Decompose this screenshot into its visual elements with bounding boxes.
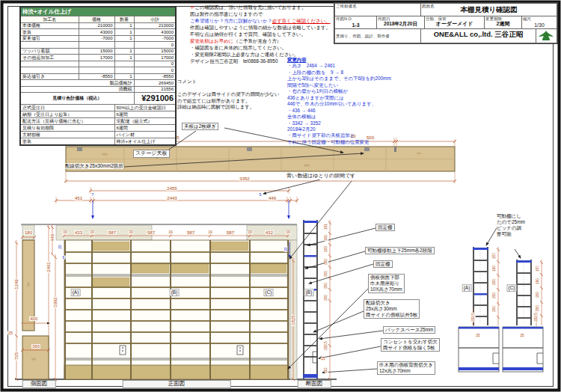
notice-line: 必ず良くご確認ください。 xyxy=(272,18,331,23)
info-label: 見積り有効期限 xyxy=(20,125,114,132)
scale-value: 1/30 xyxy=(522,22,557,28)
dim-label: 200 xyxy=(493,305,497,313)
comment-body: このデザインは両サイドの梁下の隙間が少ないので組立てには順序があります。 詳細は… xyxy=(177,91,282,111)
cell xyxy=(79,61,114,67)
callout-adjustable-pitch: 可動棚にし たので25mm ピッチの調 整可能 xyxy=(497,213,525,238)
company-logo-icon xyxy=(536,29,557,43)
info-value: 宅配便（組立式） xyxy=(114,118,176,125)
drawing-no-label: 作図N.O xyxy=(336,16,352,22)
tax-value: 21556 xyxy=(134,86,176,93)
callout-wiring-notch: 配線切欠き 25x高さ30mm 両サイドの側板以外5枚 xyxy=(364,299,420,319)
dim-label: 200 xyxy=(325,282,328,290)
dim-label: 449 xyxy=(50,233,55,242)
price-table-header-row: 加工名 価格 数量 小計 xyxy=(20,16,176,23)
cell xyxy=(20,61,79,67)
dim-label: 161 xyxy=(325,223,328,230)
info-row: 主材樹種パイン材 xyxy=(20,132,176,138)
dim-label: 200 xyxy=(325,270,328,278)
cell: 210000 xyxy=(134,22,176,29)
cell: 15000 xyxy=(79,48,114,55)
cell: 変更値引 xyxy=(20,35,79,42)
cell: 0 xyxy=(134,67,176,74)
stage-top-label: ステージ天板 xyxy=(133,150,170,158)
dim-label: 19 xyxy=(168,231,173,235)
dim-label: 19 xyxy=(62,231,67,235)
dim-label: 1249 xyxy=(14,278,19,290)
drawing-no: 1-3 xyxy=(335,22,376,28)
dim-label: 157 xyxy=(493,252,497,260)
cell: 1 xyxy=(114,73,134,80)
cell: その他追加加工 xyxy=(20,55,79,61)
dim-label: 725 xyxy=(14,352,19,361)
maker-label: 見積り、作図、設計、製作者 xyxy=(336,34,390,39)
dim-label: 2455 xyxy=(166,186,177,191)
dim-label: 200 xyxy=(536,304,540,312)
notice-line: （ご予算が見合う方） xyxy=(233,38,281,43)
change-notes-body: ・高さ 2464 → 2461 ・上段の棚の数を 9 → 8 上から3段はそのま… xyxy=(287,63,426,145)
seam-callout: 天板は2枚継ぎ xyxy=(182,123,218,130)
change-notes-block: 変更内容 ・高さ 2464 → 2461 ・上段の棚の数を 9 → 8 上から3… xyxy=(287,57,426,145)
dim-label: 222.5 xyxy=(535,312,539,322)
dim-label: 446 xyxy=(268,196,277,200)
cell: -7000 xyxy=(79,35,114,42)
gap-label: 20 xyxy=(284,246,288,252)
info-row: 見積り有効期限6週間 xyxy=(20,125,176,132)
info-value: 6週間 xyxy=(114,125,176,132)
cell: ツッパリ着脱 xyxy=(20,48,79,55)
gap-label: 5 xyxy=(259,193,263,197)
cell: 塗装 xyxy=(20,29,79,36)
col-header: 小計 xyxy=(134,16,176,23)
notice-block: ※この確認図は、頂いた情報を元に描いております。 図は製作の指示書になりますので… xyxy=(190,4,331,65)
dim-label: 180 xyxy=(24,230,33,235)
title-block: ご依頼者名 図面名 本棚見積り確認図 作図N.O 1-3 作図日 2018年2月… xyxy=(334,2,558,44)
callout-back-notch: 巾木用の側板背面切欠き 12x高さ70mm xyxy=(377,361,435,375)
client-name-label: ご依頼者名 xyxy=(336,4,357,9)
notice-line: 不明な点は納得が行くまで質問、確認をして下さい。 xyxy=(190,31,331,38)
cell: -7000 xyxy=(134,35,176,42)
col-header: 加工名 xyxy=(20,16,79,23)
dim-label: 222.5 xyxy=(325,340,328,350)
cell: 17000 xyxy=(134,55,176,61)
change-notes-title: 変更内容 xyxy=(287,57,426,63)
dim-label: 587 xyxy=(186,230,195,235)
dim-label: 200 xyxy=(325,294,328,301)
top-view-panel xyxy=(55,138,456,218)
cell xyxy=(114,42,134,49)
dim-label: 25 xyxy=(475,334,480,338)
dim-label: 222.5 xyxy=(472,312,476,322)
info-label: 主材樹種 xyxy=(20,132,114,138)
dim-label: 19 xyxy=(89,231,94,235)
dim-label: 19 xyxy=(128,231,133,235)
scale-label: 縮尺 xyxy=(523,16,531,22)
callout-backspace: バックスペース25mm xyxy=(383,326,435,334)
dim-label: 432 xyxy=(265,230,274,235)
cell xyxy=(114,61,134,67)
info-row: 塗装柿渋+オイル仕上げ xyxy=(20,138,176,146)
dim-label: 587 xyxy=(108,230,117,235)
total-label: 見積り合計価格（税込） xyxy=(20,93,134,105)
dim-label: 200 xyxy=(536,291,540,298)
wiring-notch-label: 配線切欠き25x30mm2箇所 xyxy=(65,163,123,169)
cell xyxy=(20,67,79,74)
notice-line: ご希望通りか？当方に誤解がないか？ xyxy=(190,18,272,23)
dim-label: 19 xyxy=(285,231,290,235)
info-row: 納期（受注日より起算）6週間 xyxy=(20,111,176,118)
drawing-sheet: 柿渋+オイル仕上げ 加工名 価格 数量 小計 本体価格2100001210000… xyxy=(0,0,561,392)
subtotal-row: 製品価格計269450 xyxy=(20,80,176,87)
cell xyxy=(20,42,79,49)
info-value: 6週間 xyxy=(114,111,176,118)
dim-label: 1992 xyxy=(53,296,58,307)
cell: 1 xyxy=(114,35,134,42)
price-row: その他追加加工17000117000 xyxy=(20,55,176,61)
dim-label: 3352 xyxy=(239,177,250,181)
price-row: 塗装43000143000 xyxy=(20,29,176,36)
subtotal-value: 269450 xyxy=(134,80,176,87)
tax-label: 消費税 xyxy=(20,86,134,93)
cell xyxy=(79,42,114,49)
price-row: 0 xyxy=(20,61,176,67)
info-value: 50%以上の受注金確認日 xyxy=(114,105,176,111)
price-row: ツッパリ着脱15000115000 xyxy=(20,48,176,55)
notice-line: 図は製作の指示書になりますので xyxy=(190,11,331,18)
dim-label: 200 xyxy=(325,258,328,266)
cell: 1 xyxy=(114,22,134,29)
